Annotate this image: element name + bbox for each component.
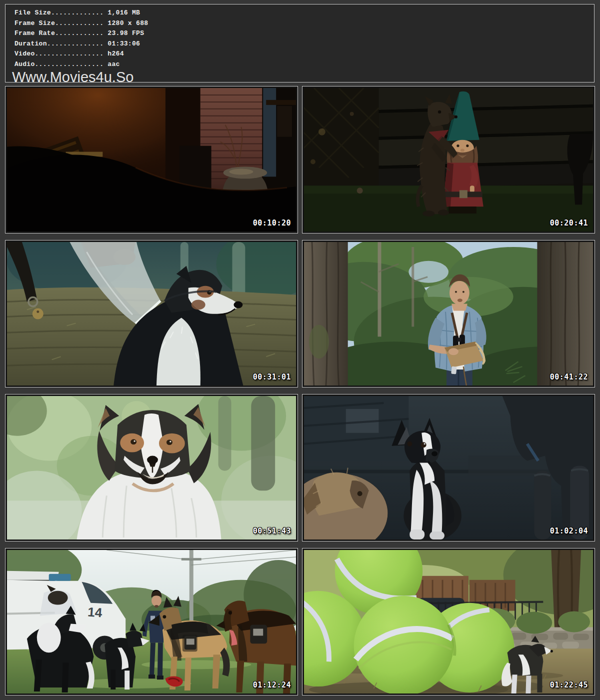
screenshot-thumb-6: 01:02:04: [302, 394, 595, 542]
timestamp-badge: 00:31:01: [253, 372, 291, 382]
scene-tennis-balls-illustration: [304, 550, 593, 694]
info-line-frame-rate: Frame Rate............ 23.98 FPS: [14, 28, 594, 39]
screenshot-grid: 00:10:20: [5, 86, 595, 696]
info-line-frame-size: Frame Size............ 1280 x 688: [14, 18, 594, 29]
info-line-file-size: File Size............. 1,016 MB: [14, 8, 594, 18]
info-line-video: Video................. h264: [14, 49, 594, 60]
screenshot-thumb-3: 00:31:01: [5, 240, 298, 388]
timestamp-badge: 01:12:24: [253, 680, 291, 690]
wooden-steps: [374, 88, 593, 189]
media-info-panel: File Size............. 1,016 MB Frame Si…: [5, 4, 594, 82]
scene-forest-man-illustration: [304, 242, 593, 386]
timestamp-badge: 01:22:45: [550, 680, 588, 690]
scene-dark-garage-illustration: [7, 88, 296, 232]
scene-dog-group-illustration: 14: [7, 550, 296, 694]
scene-cone-dog-barn-illustration: [7, 242, 296, 386]
screenshot-thumb-7: 14: [5, 548, 298, 696]
scene-aussie-closeup-illustration: [7, 396, 296, 540]
site-watermark: Www.Movies4u.So: [12, 70, 594, 82]
scene-terrier-gnome-illustration: [304, 88, 593, 232]
screenshot-thumb-5: 00:51:43: [5, 394, 298, 542]
garden-lattice: [304, 88, 378, 190]
timestamp-badge: 00:20:41: [550, 218, 588, 228]
info-line-audio: Audio................. aac: [14, 60, 594, 70]
screenshot-thumb-4: 00:41:22: [302, 240, 595, 388]
screenshot-thumb-8: 01:22:45: [302, 548, 595, 696]
screenshot-thumb-2: 00:20:41: [302, 86, 595, 234]
screenshot-thumb-1: 00:10:20: [5, 86, 298, 234]
info-line-duration: Duration.............. 01:33:06: [14, 39, 594, 50]
timestamp-badge: 00:51:43: [253, 526, 291, 536]
timestamp-badge: 00:10:20: [253, 218, 291, 228]
scene-boston-terrier-illustration: [304, 396, 593, 540]
truck-number-label: 14: [87, 605, 102, 620]
timestamp-badge: 00:41:22: [550, 372, 588, 382]
timestamp-badge: 01:02:04: [550, 526, 588, 536]
